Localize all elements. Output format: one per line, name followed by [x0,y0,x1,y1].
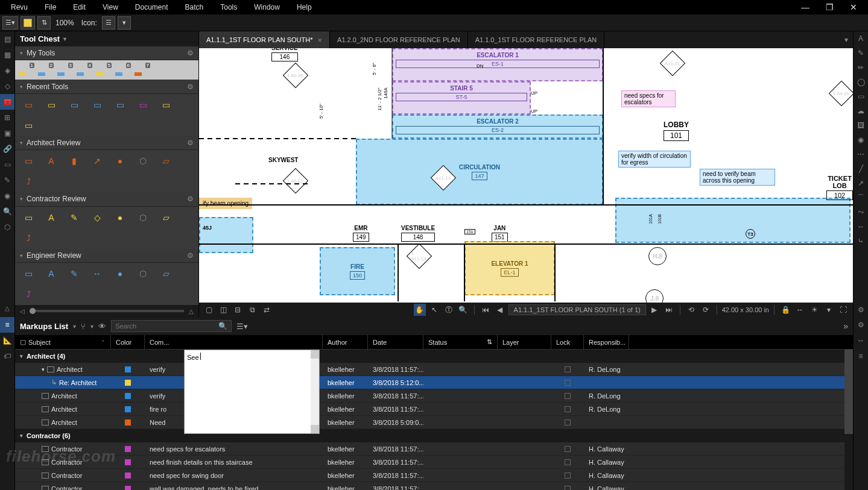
col-date[interactable]: Date [368,335,423,349]
arch-tool[interactable]: A [44,155,59,167]
col-status[interactable]: Status ⇅ [423,335,498,349]
sort-icon[interactable]: ⌃ [101,339,106,345]
zoom-icon[interactable]: 🔍 [457,304,469,316]
nav-fwd-icon[interactable]: ⟳ [700,304,712,316]
spaces-icon[interactable]: ⊞ [0,110,14,125]
markups-row[interactable]: Contractorneed finish details on this st… [15,456,853,469]
measurements-icon[interactable]: 📐 [0,333,14,348]
markups-row[interactable]: Contractorneed specs for escalatorsbkell… [15,442,853,456]
menu-file[interactable]: File [36,0,65,14]
col-subject[interactable]: ▢ Subject ⌃ [15,335,111,349]
nav-back-icon[interactable]: ⟲ [685,304,697,316]
recent-tool[interactable]: ▭ [44,99,59,111]
cont-tool[interactable]: ▭ [21,212,36,224]
sync-icon[interactable]: ⇄ [261,304,273,316]
cont-tool[interactable]: ◇ [90,212,104,224]
select-icon[interactable]: ↖ [428,304,440,316]
icon-dropdown-button[interactable]: ▾ [118,16,131,30]
arch-tool[interactable]: ▮ [67,155,81,167]
menu-help[interactable]: Help [288,0,320,14]
region-stair5[interactable]: STAIR 5 ST-5 [392,81,531,115]
close-icon[interactable]: × [317,36,322,45]
tool-4[interactable]: 4 [77,64,91,76]
dim-dropdown-icon[interactable]: ▾ [823,304,835,316]
filter-icon[interactable]: ⑂ [81,322,86,331]
markups-row[interactable]: ↳Re: Architectbkelleher3/8/2018 5:12:0..… [15,376,853,389]
scale-icon[interactable]: ↔ [794,304,806,316]
hide-icon[interactable]: 👁 [98,322,106,331]
checkbox-icon[interactable]: ▢ [20,338,26,346]
menu-view[interactable]: View [94,0,127,14]
links-icon[interactable]: 🔗 [0,141,14,157]
col-comments[interactable]: Com... [145,335,323,349]
eng-tool[interactable]: ⤴ [21,288,36,300]
search-rail-icon[interactable]: 🔍 [0,204,14,219]
callout-tool-icon[interactable]: ⤷ [854,234,868,248]
maximize-button[interactable]: ❐ [817,0,841,14]
dimension-tool-icon[interactable]: ↔ [854,219,868,234]
chevron-down-icon[interactable]: ▾ [73,323,76,330]
3d-icon[interactable]: ⬡ [0,219,14,235]
bookmarks-icon[interactable]: ◈ [0,63,14,78]
menu-edit[interactable]: Edit [65,0,94,14]
split-h-icon[interactable]: ⊟ [232,304,244,316]
section-engineer-review[interactable]: ▾ Engineer Review ⚙ [15,249,198,263]
recent-tool[interactable]: ▭ [67,99,81,111]
studio-icon[interactable]: ◉ [0,188,14,204]
note-circulation-width[interactable]: verify width of circulation for egress [618,151,691,168]
tab-3[interactable]: A1.1.0_1ST FLOOR REFERENCE PLAN [468,31,605,48]
search-input[interactable] [115,322,218,330]
note-beam-verify2[interactable]: ify beam opening [199,198,252,209]
sets-icon[interactable]: ▣ [0,125,14,141]
close-button[interactable]: ✕ [841,0,866,14]
columns-icon[interactable]: ☰▾ [236,322,248,331]
text-select-icon[interactable]: Ⓣ [443,304,455,316]
recent-tool[interactable]: ▭ [21,99,36,111]
markups-row[interactable]: Contractorwall was damaged. needs to be … [15,482,853,490]
eng-tool[interactable]: ● [113,268,127,280]
line-tool-icon[interactable]: ╱ [854,162,868,176]
highlight-tool-icon[interactable]: ✏ [854,60,868,75]
tags-icon[interactable]: 🏷 [0,348,14,364]
markups-group-header[interactable]: ▾Architect (4) [15,350,853,363]
region-escalator1[interactable]: ESCALATOR 1 ES-1 [392,48,603,81]
markups-row[interactable]: ArchitectNeedbkelleher3/8/2018 5:09:0... [15,416,853,429]
gear-icon[interactable]: ⚙ [187,195,194,203]
cont-tool[interactable]: ⤴ [21,232,36,244]
menu-revu[interactable]: Revu [2,0,36,14]
status-sort-icon[interactable]: ⇅ [487,338,492,346]
tool-chest-header[interactable]: Tool Chest ▾ [15,31,198,46]
gear-icon[interactable]: ⚙ [187,251,194,260]
stamp-tool-icon[interactable]: ◉ [854,133,868,147]
thumbnails-icon[interactable]: ▦ [0,47,14,63]
arc-tool-icon[interactable]: ⌒ [854,190,868,205]
zoom-level[interactable]: 100% [53,19,77,27]
tool-chest-icon[interactable]: 🧰 [0,94,14,110]
section-my-tools[interactable]: ▾ My Tools ⚙ [15,46,198,60]
expand-icon[interactable]: » [843,321,848,331]
tool-6[interactable]: 6 [115,64,130,76]
eng-tool[interactable]: ⬡ [136,268,150,280]
eng-tool[interactable]: A [44,268,59,280]
cont-tool[interactable]: ● [113,212,127,224]
sheet-ref[interactable]: 1 A4.20 [829,81,853,106]
text-tool-icon[interactable]: A [854,31,868,46]
tool-7[interactable]: 7 [135,64,149,76]
markups-row[interactable]: Architectfire robkelleher3/8/2018 11:57:… [15,403,853,416]
page-indicator[interactable]: A1.1.1_1ST FLOOR PLAN SOUTH (1 of 1) [508,304,646,315]
collapse-left-icon[interactable]: △ [0,305,14,317]
split-none-icon[interactable]: ▢ [203,304,215,316]
arch-tool[interactable]: ● [113,155,127,167]
lock-icon[interactable]: 🔒 [779,304,791,316]
note-escalator-specs[interactable]: need specs for escalators [621,90,676,107]
markups-row[interactable]: Contractorneed spec for swing doorbkelle… [15,469,853,482]
section-recent-tools[interactable]: ▾ Recent Tools ⚙ [15,80,198,93]
eng-tool[interactable]: ▭ [21,268,36,280]
arch-tool[interactable]: ↗ [90,155,104,167]
col-author[interactable]: Author [323,335,368,349]
tool-3[interactable]: 3 [57,64,72,76]
properties-panel-icon[interactable]: ⚙ [854,317,868,333]
next-page-icon[interactable]: ▶ [648,304,661,316]
layers-panel-icon[interactable]: ≡ [854,348,868,364]
recent-tool[interactable]: ▭ [21,119,36,131]
